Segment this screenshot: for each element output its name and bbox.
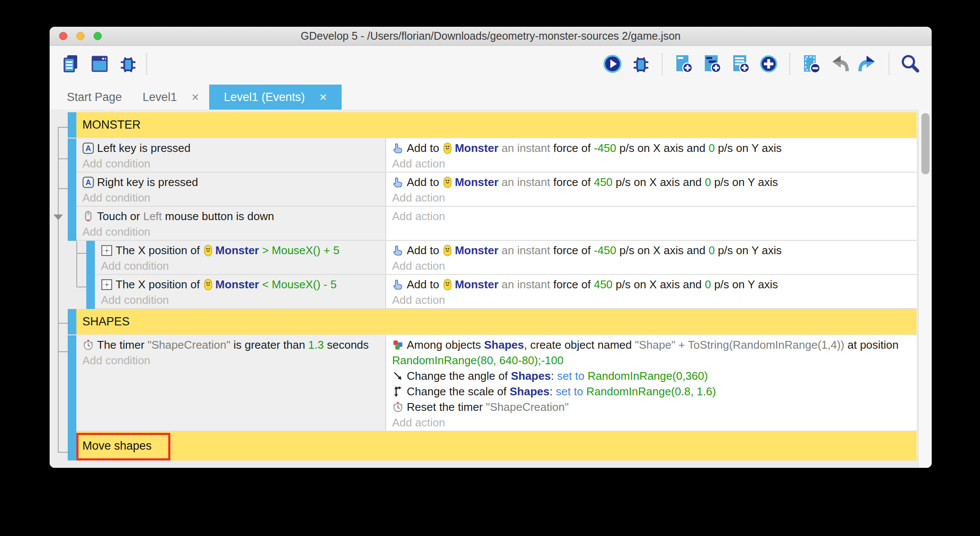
add-action-button[interactable]: Add action bbox=[392, 258, 912, 274]
actions-cell[interactable]: Add action bbox=[386, 207, 917, 240]
add-action-button[interactable]: Add action bbox=[392, 415, 912, 430]
group-event-row[interactable]: MONSTER bbox=[68, 112, 917, 139]
undo-icon[interactable] bbox=[829, 54, 850, 74]
group-label[interactable]: SHAPES bbox=[76, 309, 917, 334]
action[interactable]: Among objects Shapes, create object name… bbox=[392, 337, 912, 368]
action[interactable]: Add to Monster an instant force of -450 … bbox=[392, 243, 912, 258]
project-manager-icon[interactable] bbox=[61, 54, 82, 74]
condition[interactable]: ARight key is pressed bbox=[82, 174, 381, 190]
scene-editor-icon[interactable] bbox=[89, 54, 110, 74]
toolbar-separator bbox=[889, 53, 889, 75]
events-sheet: MONSTERALeft key is pressedAdd condition… bbox=[50, 110, 932, 468]
add-action-button[interactable]: Add action bbox=[392, 156, 912, 171]
mouse-icon bbox=[82, 211, 94, 222]
action[interactable]: Change the angle of Shapes: set to Rando… bbox=[392, 368, 912, 384]
event-highlight-bar bbox=[68, 173, 76, 207]
actions-cell[interactable]: Add to Monster an instant force of -450 … bbox=[386, 139, 917, 172]
actions-cell[interactable]: Add to Monster an instant force of 450 p… bbox=[386, 275, 917, 308]
add-condition-button[interactable]: Add condition bbox=[82, 156, 381, 171]
title-bar: GDevelop 5 - /Users/florian/Downloads/ge… bbox=[50, 27, 932, 46]
add-action-button[interactable]: Add action bbox=[392, 292, 912, 308]
event-highlight-bar bbox=[68, 112, 76, 138]
toolbar-separator bbox=[146, 53, 147, 75]
standard-event-row[interactable]: The X position of Monster < MouseX() - 5… bbox=[86, 275, 917, 309]
group-event-row[interactable]: SHAPES bbox=[68, 309, 917, 335]
conditions-cell[interactable]: The X position of Monster > MouseX() + 5… bbox=[95, 241, 386, 274]
actions-cell[interactable]: Add to Monster an instant force of -450 … bbox=[386, 241, 917, 274]
tab-level1[interactable]: Level1× bbox=[132, 85, 210, 110]
scale-icon bbox=[392, 386, 404, 397]
standard-event-row[interactable]: The X position of Monster > MouseX() + 5… bbox=[86, 241, 917, 275]
add-action-button[interactable]: Add action bbox=[392, 190, 912, 205]
traffic-lights bbox=[59, 32, 102, 40]
hand-icon bbox=[392, 245, 404, 256]
event-highlight-bar bbox=[68, 139, 76, 173]
zoom-window-button[interactable] bbox=[94, 32, 102, 40]
monster-icon bbox=[443, 279, 452, 290]
standard-event-row[interactable]: Touch or Left mouse button is downAdd co… bbox=[68, 207, 917, 241]
add-condition-button[interactable]: Add condition bbox=[101, 292, 381, 308]
conditions-cell[interactable]: Touch or Left mouse button is downAdd co… bbox=[76, 207, 386, 240]
search-icon[interactable] bbox=[900, 54, 920, 74]
tab-level1-events[interactable]: Level1 (Events)× bbox=[209, 85, 342, 110]
add-subevent-icon[interactable] bbox=[701, 54, 722, 74]
action[interactable]: Reset the timer "ShapeCreation" bbox=[392, 399, 912, 415]
tab-start-page[interactable]: Start Page bbox=[57, 85, 132, 110]
scrollbar-track[interactable] bbox=[918, 110, 932, 468]
monster-icon bbox=[443, 245, 452, 256]
condition[interactable]: The X position of Monster < MouseX() - 5 bbox=[101, 277, 381, 292]
standard-event-row[interactable]: ALeft key is pressedAdd conditionAdd to … bbox=[68, 139, 917, 173]
event-highlight-bar bbox=[68, 335, 76, 432]
action[interactable]: Add to Monster an instant force of 450 p… bbox=[392, 174, 912, 190]
close-window-button[interactable] bbox=[59, 32, 67, 40]
group-label[interactable]: Move shapes bbox=[76, 432, 917, 460]
remove-event-icon[interactable] bbox=[801, 54, 821, 74]
action[interactable]: Change the scale of Shapes: set to Rando… bbox=[392, 384, 912, 399]
toolbar-separator bbox=[662, 53, 663, 75]
selection-highlight bbox=[76, 433, 170, 460]
actions-cell[interactable]: Among objects Shapes, create object name… bbox=[386, 335, 917, 431]
add-condition-button[interactable]: Add condition bbox=[82, 224, 381, 240]
keyboard-icon: A bbox=[82, 142, 94, 154]
tab-close-icon[interactable]: × bbox=[192, 91, 199, 104]
toolbar-separator bbox=[789, 53, 790, 75]
debugger-icon[interactable] bbox=[118, 54, 138, 74]
condition[interactable]: Touch or Left mouse button is down bbox=[82, 208, 381, 224]
conditions-cell[interactable]: ARight key is pressedAdd condition bbox=[76, 173, 386, 206]
action[interactable]: Add to Monster an instant force of 450 p… bbox=[392, 277, 912, 292]
event-highlight-bar bbox=[68, 309, 76, 334]
debug-game-icon[interactable] bbox=[631, 54, 651, 74]
redo-icon[interactable] bbox=[858, 54, 878, 74]
add-comment-icon[interactable] bbox=[730, 54, 751, 74]
add-action-button[interactable]: Add action bbox=[392, 208, 912, 224]
event-rows: MONSTERALeft key is pressedAdd condition… bbox=[50, 112, 918, 460]
add-event-icon[interactable] bbox=[673, 54, 694, 74]
actions-cell[interactable]: Add to Monster an instant force of 450 p… bbox=[386, 173, 917, 206]
add-condition-button[interactable]: Add condition bbox=[82, 190, 381, 205]
condition[interactable]: The X position of Monster > MouseX() + 5 bbox=[101, 243, 381, 258]
action[interactable]: Add to Monster an instant force of -450 … bbox=[392, 140, 912, 156]
event-highlight-bar bbox=[68, 207, 76, 241]
toolbar-left-group bbox=[61, 54, 138, 74]
svg-text:A: A bbox=[85, 178, 91, 187]
play-icon[interactable] bbox=[602, 54, 623, 74]
add-condition-button[interactable]: Add condition bbox=[82, 353, 381, 368]
minimize-window-button[interactable] bbox=[76, 32, 85, 40]
add-circle-icon[interactable] bbox=[758, 54, 779, 74]
standard-event-row[interactable]: The timer "ShapeCreation" is greater tha… bbox=[68, 335, 917, 432]
conditions-cell[interactable]: The timer "ShapeCreation" is greater tha… bbox=[76, 335, 386, 431]
conditions-cell[interactable]: The X position of Monster < MouseX() - 5… bbox=[95, 275, 386, 308]
hand-icon bbox=[392, 142, 404, 154]
group-label[interactable]: MONSTER bbox=[76, 112, 917, 138]
condition[interactable]: ALeft key is pressed bbox=[82, 140, 381, 156]
add-condition-button[interactable]: Add condition bbox=[101, 258, 381, 274]
conditions-cell[interactable]: ALeft key is pressedAdd condition bbox=[76, 139, 386, 172]
keyboard-icon: A bbox=[82, 177, 94, 188]
event-highlight-bar bbox=[68, 432, 76, 460]
scrollbar-thumb[interactable] bbox=[921, 113, 930, 174]
standard-event-row[interactable]: ARight key is pressedAdd conditionAdd to… bbox=[68, 173, 917, 207]
hand-icon bbox=[392, 177, 404, 188]
tab-close-icon[interactable]: × bbox=[320, 91, 327, 104]
condition[interactable]: The timer "ShapeCreation" is greater tha… bbox=[82, 337, 381, 353]
group-event-row[interactable]: Move shapes bbox=[68, 432, 917, 460]
